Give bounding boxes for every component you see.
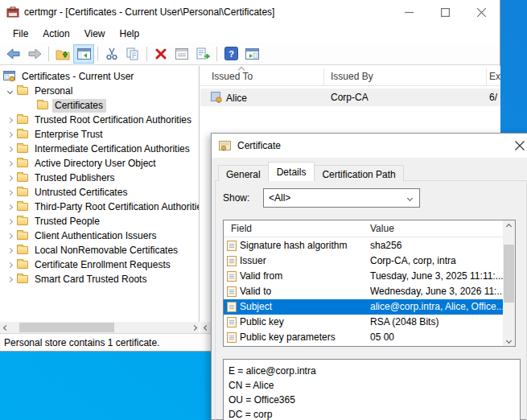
up-one-level-button[interactable]	[52, 44, 73, 64]
column-value[interactable]: Value	[370, 223, 394, 234]
tree-item-cert-enrollment[interactable]: Certificate Enrollment Requests	[0, 257, 199, 272]
folder-icon	[17, 116, 28, 124]
menu-view[interactable]: View	[78, 26, 112, 42]
field-row-public-key[interactable]: Public keyRSA (2048 Bits)	[224, 315, 503, 330]
tree-item-intermediate[interactable]: Intermediate Certification Authorities	[0, 142, 199, 156]
tree-item-label-selected: Certificates	[52, 99, 106, 113]
tree-item-trusted-root[interactable]: Trusted Root Certification Authorities	[0, 113, 199, 127]
close-button[interactable]	[463, 0, 500, 24]
folder-icon	[17, 159, 28, 167]
chevron-right-icon[interactable]	[7, 233, 13, 238]
certificate-row-alice[interactable]: Alice Corp-CA 6/	[200, 89, 500, 106]
field-row-issuer[interactable]: IssuerCorp-CA, corp, intra	[224, 253, 503, 269]
menu-file[interactable]: File	[6, 26, 35, 42]
tree-item-third-party[interactable]: Third-Party Root Certification Authoriti…	[0, 200, 199, 214]
tree-item-certificates[interactable]: Certificates	[0, 98, 199, 113]
field-row-public-key-params[interactable]: Public key parameters05 00	[224, 330, 503, 345]
help-button[interactable]: ?	[220, 44, 241, 64]
tree-item-label: Untrusted Certificates	[32, 186, 130, 200]
chevron-right-icon[interactable]	[7, 189, 13, 195]
field-row-valid-to[interactable]: Valid toWednesday, June 3, 2026 11:...	[224, 284, 503, 299]
tab-general[interactable]: General	[218, 165, 269, 181]
scroll-up-icon[interactable]	[503, 220, 515, 232]
scroll-left-icon[interactable]	[0, 322, 11, 333]
field-value-detail-box[interactable]: E = alice@corp.intra CN = Alice OU = Off…	[223, 359, 521, 420]
scrollbar-thumb[interactable]	[19, 323, 114, 332]
new-window-button[interactable]	[241, 44, 262, 64]
menu-help[interactable]: Help	[113, 26, 146, 42]
detail-line: E = alice@corp.intra	[229, 364, 515, 378]
chevron-right-icon[interactable]	[7, 146, 13, 151]
back-button[interactable]	[3, 44, 24, 64]
tree-item-label: Local NonRemovable Certificates	[32, 244, 181, 257]
tab-certification-path[interactable]: Certification Path	[314, 165, 403, 181]
tree-item-ad-user-object[interactable]: Active Directory User Object	[0, 156, 199, 171]
scroll-left-icon[interactable]	[200, 322, 212, 333]
column-issued-by[interactable]: Issued By	[331, 71, 373, 82]
tree-item-client-auth-issuers[interactable]: Client Authentication Issuers	[0, 229, 199, 243]
tree-item-trusted-people[interactable]: Trusted People	[0, 214, 199, 229]
show-console-tree-button[interactable]	[73, 44, 94, 64]
tree-item-root[interactable]: Certificates - Current User	[0, 69, 199, 84]
dialog-title: Certificate	[237, 140, 281, 151]
column-divider[interactable]	[486, 68, 487, 86]
tree-item-smart-card[interactable]: Smart Card Trusted Roots	[0, 272, 199, 286]
tree-item-trusted-publishers[interactable]: Trusted Publishers	[0, 171, 199, 185]
export-list-button[interactable]	[192, 44, 213, 64]
tree-item-untrusted[interactable]: Untrusted Certificates	[0, 185, 199, 200]
chevron-right-icon[interactable]	[7, 204, 13, 209]
dialog-title-bar[interactable]: Certificate	[212, 134, 527, 158]
scrollbar-thumb[interactable]	[504, 245, 514, 303]
tree-item-label: Client Authentication Issuers	[32, 229, 159, 243]
chevron-right-icon[interactable]	[7, 276, 13, 282]
field-row-valid-from[interactable]: Valid fromTuesday, June 3, 2025 11:11:..…	[224, 269, 503, 284]
minimize-button[interactable]	[391, 0, 427, 24]
delete-button[interactable]	[150, 44, 171, 64]
properties-button[interactable]	[171, 44, 192, 64]
chevron-right-icon[interactable]	[7, 218, 13, 224]
chevron-right-icon[interactable]	[7, 261, 13, 267]
tree-horizontal-scrollbar[interactable]	[0, 322, 200, 333]
fields-vertical-scrollbar[interactable]	[503, 220, 515, 346]
field-row-subject-selected[interactable]: Subjectalice@corp.intra, Alice, Office..…	[224, 299, 503, 315]
tree-item-label: Certificate Enrollment Requests	[32, 258, 174, 272]
show-dropdown[interactable]: <All>	[263, 188, 420, 208]
maximize-button[interactable]	[427, 0, 463, 24]
chevron-right-icon[interactable]	[7, 117, 13, 122]
chevron-down-icon[interactable]	[7, 88, 13, 93]
chevron-down-icon	[407, 196, 413, 201]
field-row-cert-template[interactable]: Certificate Template InformTemplate=User…	[224, 345, 503, 347]
folder-icon	[17, 246, 28, 254]
chevron-right-icon[interactable]	[7, 131, 13, 137]
column-field[interactable]: Field	[231, 223, 252, 234]
tree-item-label: Certificates - Current User	[19, 70, 137, 84]
fields-header: Field Value	[224, 220, 503, 237]
certificate-dialog-icon	[219, 140, 232, 152]
tab-details[interactable]: Details	[268, 162, 315, 181]
caption-buttons	[391, 0, 500, 24]
column-expiration[interactable]: Ex	[489, 71, 500, 82]
chevron-right-icon[interactable]	[7, 160, 13, 166]
forward-button[interactable]	[24, 44, 45, 64]
column-issued-to[interactable]: Issued To	[212, 71, 253, 82]
cut-button[interactable]	[101, 44, 122, 64]
folder-icon	[17, 275, 28, 283]
scroll-right-icon[interactable]	[188, 322, 200, 333]
dialog-close-button[interactable]	[511, 138, 527, 154]
certificate-fields-list: Field Value Signature hash algorithmsha2…	[223, 220, 516, 347]
chevron-right-icon[interactable]	[7, 247, 13, 253]
tree-item-label: Enterprise Trust	[32, 128, 106, 142]
scroll-down-icon[interactable]	[503, 335, 515, 346]
column-divider[interactable]	[323, 68, 324, 86]
chevron-right-icon[interactable]	[7, 175, 13, 180]
field-row-signature-hash[interactable]: Signature hash algorithmsha256	[224, 238, 503, 253]
copy-button[interactable]	[122, 44, 143, 64]
toolbar-separator	[97, 47, 98, 61]
tree-item-enterprise-trust[interactable]: Enterprise Trust	[0, 127, 199, 142]
folder-icon	[17, 174, 28, 182]
title-bar[interactable]: certmgr - [Certificates - Current User\P…	[0, 0, 500, 24]
menu-action[interactable]: Action	[36, 26, 76, 42]
tree-item-local-nonremovable[interactable]: Local NonRemovable Certificates	[0, 243, 199, 257]
tree-item-label: Smart Card Trusted Roots	[32, 273, 150, 286]
tree-item-personal[interactable]: Personal	[0, 84, 199, 98]
